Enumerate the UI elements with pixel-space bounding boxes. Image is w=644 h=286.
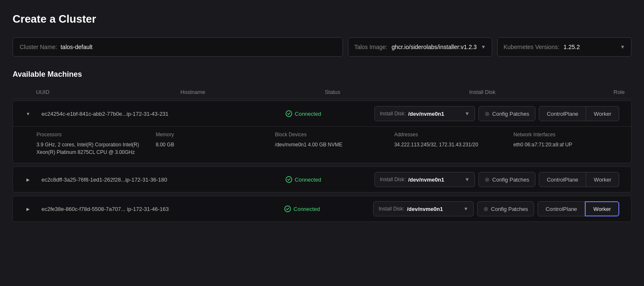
block-devices-section: Block Devices /dev/nvme0n1 4.00 GB NVME — [275, 132, 386, 156]
col-role: Role — [613, 89, 625, 95]
worker-button[interactable]: Worker — [586, 106, 619, 121]
install-disk-dropdown[interactable]: Install Disk: /dev/nvme0n1 ▼ — [374, 106, 475, 121]
table-row: ec2c8dff-3a25-76f8-1ed1-262f28...ip-172-… — [13, 166, 631, 192]
machine-row-main: ec2c8dff-3a25-76f8-1ed1-262f28...ip-172-… — [13, 167, 631, 192]
install-disk-chevron-icon: ▼ — [465, 111, 470, 117]
machines-section-title: Available Machines — [13, 70, 631, 79]
config-patches-label: Config Patches — [492, 177, 529, 183]
config-patches-label: Config Patches — [492, 111, 529, 117]
table-row: ec24254c-e1bf-841c-abb2-77b0e...ip-172-3… — [13, 101, 631, 163]
install-disk-value: /dev/nvme0n1 — [408, 111, 462, 117]
config-patches-button[interactable]: ⊗ Config Patches — [477, 201, 534, 216]
processors-label: Processors — [36, 132, 147, 138]
block-devices-value: /dev/nvme0n1 4.00 GB NVME — [275, 141, 386, 148]
network-interfaces-label: Network Interfaces — [514, 132, 624, 138]
config-patches-button[interactable]: ⊗ Config Patches — [478, 172, 535, 187]
install-disk-chevron-icon: ▼ — [465, 177, 470, 182]
connected-icon — [286, 110, 292, 117]
col-status: Status — [325, 89, 469, 95]
machine-row-main: ec2fe38e-860c-f78d-5508-7a707... ip-172-… — [13, 196, 631, 221]
network-interfaces-value: eth0 06:a7:71:20:a9:af UP — [514, 141, 624, 148]
install-disk-label: Install Disk: — [379, 206, 404, 212]
x-icon: ⊗ — [485, 110, 490, 117]
talos-image-value: ghcr.io/siderolabs/installer:v1.2.3 — [392, 44, 477, 50]
install-disk-label: Install Disk: — [380, 177, 405, 182]
table-header: UUID Hostname Status Install Disk Role — [13, 86, 631, 99]
config-patches-button[interactable]: ⊗ Config Patches — [478, 106, 535, 121]
status-label: Connected — [295, 111, 321, 117]
chevron-down-icon — [26, 111, 30, 117]
machine-status: Connected — [284, 205, 368, 212]
worker-button[interactable]: Worker — [586, 172, 619, 187]
controlplane-button[interactable]: ControlPlane — [539, 172, 586, 187]
machine-uuid: ec2c8dff-3a25-76f8-1ed1-262f28...ip-172-… — [42, 177, 280, 183]
page-title: Create a Cluster — [13, 13, 631, 26]
top-bar: Cluster Name: Talos Image: ghcr.io/sider… — [13, 37, 631, 57]
k8s-versions-chevron-icon: ▼ — [620, 44, 625, 50]
controlplane-button[interactable]: ControlPlane — [539, 106, 586, 121]
col-install-disk: Install Disk — [469, 89, 613, 95]
machine-actions: Install Disk: /dev/nvme0n1 ▼ ⊗ Config Pa… — [373, 201, 619, 216]
expand-button[interactable] — [20, 204, 36, 213]
install-disk-value: /dev/nvme0n1 — [408, 177, 462, 183]
connected-icon — [286, 176, 292, 183]
role-buttons: ControlPlane Worker — [539, 172, 619, 187]
cluster-name-input[interactable] — [60, 44, 335, 50]
col-hostname: Hostname — [180, 89, 325, 95]
install-disk-dropdown[interactable]: Install Disk: /dev/nvme0n1 ▼ — [373, 201, 474, 216]
install-disk-dropdown[interactable]: Install Disk: /dev/nvme0n1 ▼ — [374, 172, 475, 187]
processors-section: Processors 3.9 GHz, 2 cores, Intel(R) Co… — [36, 132, 147, 156]
k8s-versions-dropdown[interactable]: Kubernetes Versions: 1.25.2 ▼ — [497, 37, 631, 57]
config-patches-label: Config Patches — [491, 206, 528, 212]
connected-icon — [284, 205, 291, 212]
install-disk-value: /dev/nvme0n1 — [407, 206, 461, 212]
x-icon: ⊗ — [483, 205, 488, 212]
memory-label: Memory — [156, 132, 266, 138]
block-devices-label: Block Devices — [275, 132, 386, 138]
machine-actions: Install Disk: /dev/nvme0n1 ▼ ⊗ Config Pa… — [374, 106, 619, 121]
role-buttons: ControlPlane Worker — [538, 201, 619, 216]
table-row: ec2fe38e-860c-f78d-5508-7a707... ip-172-… — [13, 196, 631, 222]
memory-value: 8.00 GB — [156, 141, 266, 148]
controlplane-button[interactable]: ControlPlane — [538, 201, 585, 216]
machine-actions: Install Disk: /dev/nvme0n1 ▼ ⊗ Config Pa… — [374, 172, 619, 187]
talos-image-dropdown[interactable]: Talos Image: ghcr.io/siderolabs/installe… — [348, 37, 492, 57]
k8s-versions-label: Kubernetes Versions: — [504, 44, 559, 50]
machine-uuid: ec2fe38e-860c-f78d-5508-7a707... ip-172-… — [42, 206, 279, 212]
machine-row-main: ec24254c-e1bf-841c-abb2-77b0e...ip-172-3… — [13, 101, 631, 126]
chevron-right-icon — [26, 206, 30, 212]
install-disk-label: Install Disk: — [380, 111, 405, 117]
machine-status: Connected — [286, 176, 369, 183]
k8s-versions-value: 1.25.2 — [564, 44, 616, 50]
addresses-label: Addresses — [394, 132, 505, 138]
chevron-right-icon — [26, 177, 30, 182]
network-interfaces-section: Network Interfaces eth0 06:a7:71:20:a9:a… — [514, 132, 624, 156]
install-disk-chevron-icon: ▼ — [463, 206, 468, 212]
talos-image-chevron-icon: ▼ — [481, 44, 486, 50]
worker-button[interactable]: Worker — [585, 201, 619, 216]
expand-button[interactable] — [20, 175, 36, 184]
machine-status: Connected — [286, 110, 369, 117]
expand-button[interactable] — [20, 109, 36, 118]
cluster-name-field: Cluster Name: — [13, 37, 343, 57]
role-buttons: ControlPlane Worker — [539, 106, 619, 121]
addresses-section: Addresses 34.222.113.245/32, 172.31.43.2… — [394, 132, 505, 156]
machine-details: Processors 3.9 GHz, 2 cores, Intel(R) Co… — [13, 126, 631, 163]
cluster-name-label: Cluster Name: — [20, 44, 57, 50]
status-label: Connected — [295, 177, 321, 183]
addresses-value: 34.222.113.245/32, 172.31.43.231/20 — [394, 141, 505, 148]
x-icon: ⊗ — [485, 176, 490, 183]
col-uuid: UUID — [36, 89, 180, 95]
memory-section: Memory 8.00 GB — [156, 132, 266, 156]
talos-image-label: Talos Image: — [354, 44, 387, 50]
processors-value: 3.9 GHz, 2 cores, Intel(R) Corporation I… — [36, 141, 147, 156]
status-label: Connected — [293, 206, 320, 212]
machine-uuid: ec24254c-e1bf-841c-abb2-77b0e...ip-172-3… — [42, 111, 280, 117]
